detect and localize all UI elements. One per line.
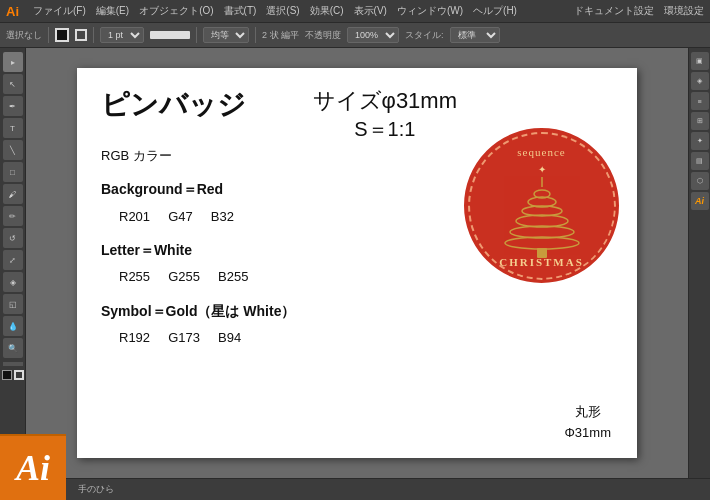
rpanel-icon-1[interactable]: ▣ <box>691 52 709 70</box>
symbol-r: R192 <box>119 330 150 345</box>
bg-r: R201 <box>119 209 150 224</box>
menu-view[interactable]: 表示(V) <box>354 4 387 18</box>
view-mode: 2 状 編平 <box>262 29 299 42</box>
menu-window[interactable]: ウィンドウ(W) <box>397 4 463 18</box>
artboard: ピンバッジ サイズφ31mm S＝1:1 RGB カラー Background＝… <box>77 68 637 458</box>
color-swatches <box>2 370 24 380</box>
menu-edit[interactable]: 編集(E) <box>96 4 129 18</box>
symbol-label: Symbol＝Gold（星は White） <box>101 299 613 324</box>
menu-select[interactable]: 選択(S) <box>266 4 299 18</box>
fill-swatch-small[interactable] <box>2 370 12 380</box>
badge-inner: sequence ✦ <box>468 132 616 280</box>
rpanel-icon-6[interactable]: ▤ <box>691 152 709 170</box>
tools-divider <box>3 362 23 366</box>
rpanel-icon-3[interactable]: ≡ <box>691 92 709 110</box>
tool-name: 手のひら <box>78 483 114 496</box>
rpanel-icon-7[interactable]: ⬡ <box>691 172 709 190</box>
bg-b: B32 <box>211 209 234 224</box>
svg-point-4 <box>516 215 568 227</box>
ai-corner: Ai <box>0 434 66 500</box>
shape-name: 丸形 <box>565 402 612 423</box>
style-label: スタイル: <box>405 29 444 42</box>
stroke-dash-preview <box>150 31 190 39</box>
tool-paintbrush[interactable]: 🖌 <box>3 184 23 204</box>
tool-zoom[interactable]: 🔍 <box>3 338 23 358</box>
shape-size: Φ31mm <box>565 423 612 444</box>
fill-color-swatch[interactable] <box>55 28 69 42</box>
shape-label: 丸形 Φ31mm <box>565 402 612 444</box>
toolbar: 選択なし 1 pt2 pt 均等 2 状 編平 不透明度 100% スタイル: … <box>0 22 710 48</box>
size-info: サイズφ31mm S＝1:1 <box>313 86 457 143</box>
main-area: ▸ ↖ ✒ T ╲ □ 🖌 ✏ ↺ ⤢ ◈ ◱ 💧 🔍 ピンバッジ サイズφ3 <box>0 48 710 478</box>
rpanel-icon-4[interactable]: ⊞ <box>691 112 709 130</box>
doc-setup[interactable]: ドキュメント設定 <box>574 4 654 18</box>
ai-corner-text: Ai <box>16 447 50 489</box>
tool-pen[interactable]: ✒ <box>3 96 23 116</box>
stroke-swatch-small[interactable] <box>14 370 24 380</box>
tool-eyedropper[interactable]: 💧 <box>3 316 23 336</box>
tool-text[interactable]: T <box>3 118 23 138</box>
badge-bottom-text: CHRISTMAS <box>499 256 584 268</box>
selection-label: 選択なし <box>6 29 42 42</box>
christmas-tree-svg <box>497 169 587 264</box>
tool-line[interactable]: ╲ <box>3 140 23 160</box>
tool-blend[interactable]: ◈ <box>3 272 23 292</box>
tool-pencil[interactable]: ✏ <box>3 206 23 226</box>
artboard-content: ピンバッジ サイズφ31mm S＝1:1 RGB カラー Background＝… <box>77 68 637 458</box>
env-setup[interactable]: 環境設定 <box>664 4 704 18</box>
ai-logo: Ai <box>6 4 19 19</box>
rpanel-icon-5[interactable]: ✦ <box>691 132 709 150</box>
svg-point-6 <box>505 237 579 249</box>
menu-effect[interactable]: 効果(C) <box>310 4 344 18</box>
menu-object[interactable]: オブジェクト(O) <box>139 4 213 18</box>
rpanel-icon-ai: Ai <box>691 192 709 210</box>
letter-g: G255 <box>168 269 200 284</box>
bg-g: G47 <box>168 209 193 224</box>
tool-scale[interactable]: ⤢ <box>3 250 23 270</box>
menu-file[interactable]: ファイル(F) <box>33 4 86 18</box>
opacity-select[interactable]: 100% <box>347 27 399 43</box>
tool-rectangle[interactable]: □ <box>3 162 23 182</box>
badge-top-text: sequence <box>517 146 565 158</box>
tool-direct-select[interactable]: ↖ <box>3 74 23 94</box>
svg-point-5 <box>510 226 574 238</box>
letter-r: R255 <box>119 269 150 284</box>
tool-gradient[interactable]: ◱ <box>3 294 23 314</box>
symbol-g: G173 <box>168 330 200 345</box>
canvas-area[interactable]: ピンバッジ サイズφ31mm S＝1:1 RGB カラー Background＝… <box>26 48 688 478</box>
style-select[interactable]: 標準 <box>450 27 500 43</box>
size-line2: S＝1:1 <box>313 116 457 143</box>
rpanel-icon-2[interactable]: ◈ <box>691 72 709 90</box>
menu-bar: Ai ファイル(F) 編集(E) オブジェクト(O) 書式(T) 選択(S) 効… <box>0 0 710 22</box>
bottom-bar: 手のひら <box>0 478 710 500</box>
render-mode: 不透明度 <box>305 29 341 42</box>
tool-rotate[interactable]: ↺ <box>3 228 23 248</box>
stroke-weight-select[interactable]: 1 pt2 pt <box>100 27 144 43</box>
left-toolpanel: ▸ ↖ ✒ T ╲ □ 🖌 ✏ ↺ ⤢ ◈ ◱ 💧 🔍 <box>0 48 26 478</box>
symbol-b: B94 <box>218 330 241 345</box>
size-line1: サイズφ31mm <box>313 86 457 116</box>
stroke-color-swatch[interactable] <box>75 29 87 41</box>
right-panel: ▣ ◈ ≡ ⊞ ✦ ▤ ⬡ Ai <box>688 48 710 478</box>
menu-help[interactable]: ヘルプ(H) <box>473 4 517 18</box>
tool-select[interactable]: ▸ <box>3 52 23 72</box>
badge-circle: sequence ✦ <box>464 128 619 283</box>
symbol-values: R192 G173 B94 <box>119 326 613 349</box>
letter-b: B255 <box>218 269 248 284</box>
align-select[interactable]: 均等 <box>203 27 249 43</box>
menu-format[interactable]: 書式(T) <box>224 4 257 18</box>
